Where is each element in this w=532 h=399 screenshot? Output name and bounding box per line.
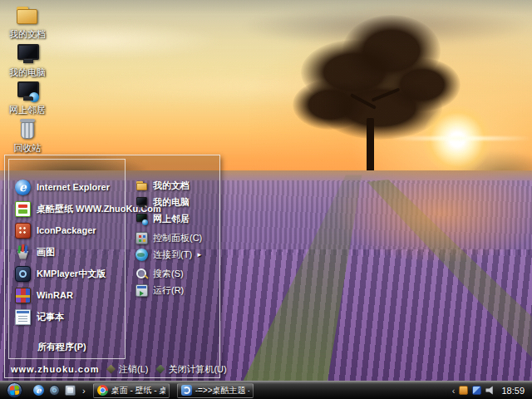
notepad-icon (15, 309, 31, 325)
desktop-icon-network-places[interactable]: 网上邻居 (2, 79, 53, 115)
menu-item-label: 运行(R) (153, 284, 184, 297)
menu-item-my-computer[interactable]: 我的电脑 (127, 194, 219, 210)
paint-icon (15, 244, 31, 260)
menu-item-label: Internet Explorer (37, 182, 110, 192)
search-icon (135, 268, 148, 280)
turn-off-label: 关闭计算机(U) (168, 363, 226, 376)
menu-item-label: 我的电脑 (153, 196, 190, 209)
start-menu-columns: e Internet Explorer 桌酷壁纸 WWW.ZhuoKu.Com … (5, 155, 219, 361)
winrar-icon (15, 288, 31, 303)
menu-item-control-panel[interactable]: 控制面板(C) (127, 229, 219, 246)
log-off-label: 注销(L) (119, 363, 148, 376)
network-places-icon (135, 213, 148, 225)
system-tray: ‹ 18:59 (452, 386, 529, 396)
menu-item-label: KMPlayer中文版 (37, 268, 106, 280)
run-icon (135, 284, 148, 297)
desktop-icon-label: 我的电脑 (9, 67, 46, 77)
desktop-icon-label: 网上邻居 (9, 105, 46, 115)
task-button-wallpaper-page[interactable]: 桌面 - 壁纸 - 桌酷... (93, 383, 170, 398)
start-menu: e Internet Explorer 桌酷壁纸 WWW.ZhuoKu.Com … (4, 155, 220, 378)
all-programs-label: 所有程序(P) (37, 341, 86, 353)
menu-item-iconpackager[interactable]: IconPackager (9, 219, 125, 241)
connect-to-icon (135, 249, 148, 261)
start-button[interactable] (7, 382, 22, 398)
browser-icon (181, 385, 192, 396)
task-button-zhuoku-theme[interactable]: -=>>桌酷主题 - Mi... (177, 383, 254, 398)
start-menu-right-column: 我的文档 我的电脑 网上邻居 控制面板(C) 连接到(T) (127, 155, 219, 361)
desktop-icon-my-documents[interactable]: 我的文档 (2, 3, 53, 39)
menu-item-zhuoku-wallpaper[interactable]: 桌酷壁纸 WWW.ZhuoKu.Com (9, 198, 125, 219)
menu-item-search[interactable]: 搜索(S) (127, 265, 219, 282)
desktop-icon-label: 我的文档 (9, 29, 46, 39)
menu-item-label: 连接到(T) (153, 249, 192, 261)
my-computer-icon (15, 42, 40, 65)
turn-off-computer-button[interactable]: 关闭计算机(U) (155, 363, 226, 376)
tray-hide-icons-chevron-icon[interactable]: ‹ (452, 386, 456, 396)
menu-item-connect-to[interactable]: 连接到(T) ▸ (127, 246, 219, 263)
iconpackager-icon (15, 223, 31, 239)
menu-item-label: 控制面板(C) (153, 232, 202, 244)
chrome-icon (97, 385, 108, 396)
desktop-screen: 我的文档 我的电脑 网上邻居 回收站 e Internet Explorer 桌… (0, 0, 532, 399)
volume-icon[interactable] (485, 386, 495, 395)
sun-flare (391, 136, 532, 140)
quick-launch-show-desktop-icon[interactable] (65, 385, 76, 396)
menu-item-notepad[interactable]: 记事本 (9, 306, 125, 328)
menu-item-paint[interactable]: 画图 (9, 241, 125, 263)
submenu-arrow-icon: ▸ (197, 250, 201, 259)
desktop-icon-label: 回收站 (14, 143, 42, 153)
internet-explorer-icon: e (15, 180, 31, 195)
desktop-icon-recycle-bin[interactable]: 回收站 (2, 117, 53, 153)
menu-item-label: 画图 (37, 246, 55, 259)
quick-launch-bar: e › (33, 385, 86, 396)
menu-item-winrar[interactable]: WinRAR (9, 284, 125, 306)
menu-item-label: IconPackager (37, 225, 96, 235)
menu-item-network-places[interactable]: 网上邻居 (127, 210, 219, 227)
tray-app-icon-orange[interactable] (459, 386, 468, 395)
task-button-label: 桌面 - 壁纸 - 桌酷... (111, 385, 165, 397)
my-computer-icon (135, 196, 148, 209)
menu-item-run[interactable]: 运行(R) (127, 282, 219, 298)
menu-item-label: 记事本 (37, 311, 64, 323)
start-menu-left-column: e Internet Explorer 桌酷壁纸 WWW.ZhuoKu.Com … (8, 159, 126, 359)
log-off-icon (106, 365, 116, 374)
task-button-label: -=>>桌酷主题 - Mi... (195, 385, 249, 397)
quick-launch-overflow-chevron-icon[interactable]: › (82, 386, 86, 396)
menu-item-label: 我的文档 (153, 180, 190, 192)
menu-item-internet-explorer[interactable]: e Internet Explorer (9, 176, 125, 198)
zhuoku-site-icon (15, 201, 31, 217)
all-programs-button[interactable]: 所有程序(P) (9, 339, 125, 354)
desktop-icon-my-computer[interactable]: 我的电脑 (2, 42, 53, 77)
menu-item-kmplayer[interactable]: KMPlayer中文版 (9, 263, 125, 284)
zhuoku-site-label: www.zhuoku.com (11, 364, 99, 374)
field-sun-reflection (332, 164, 532, 264)
taskbar-clock[interactable]: 18:59 (501, 386, 525, 396)
globe-icon (29, 92, 39, 102)
quick-launch-media-player-icon[interactable] (49, 385, 60, 396)
turn-off-icon (155, 365, 165, 374)
control-panel-icon (135, 232, 148, 244)
menu-item-my-documents[interactable]: 我的文档 (127, 177, 219, 194)
network-places-icon (15, 79, 40, 102)
quick-launch-internet-explorer-icon[interactable]: e (33, 385, 44, 396)
menu-item-label: 网上邻居 (153, 213, 190, 225)
kmplayer-icon (15, 266, 31, 282)
my-documents-icon (135, 180, 148, 192)
start-menu-footer: www.zhuoku.com 注销(L) 关闭计算机(U) (5, 361, 219, 377)
windows-flag-icon (10, 386, 20, 396)
my-documents-icon (15, 3, 40, 27)
log-off-button[interactable]: 注销(L) (106, 363, 148, 376)
menu-item-label: 搜索(S) (153, 268, 184, 280)
tray-app-icon-blue[interactable] (472, 386, 481, 395)
menu-item-label: WinRAR (37, 290, 73, 300)
taskbar: e › 桌面 - 壁纸 - 桌酷... -=>>桌酷主题 - Mi... ‹ 1… (0, 381, 532, 399)
recycle-bin-icon (15, 117, 40, 140)
